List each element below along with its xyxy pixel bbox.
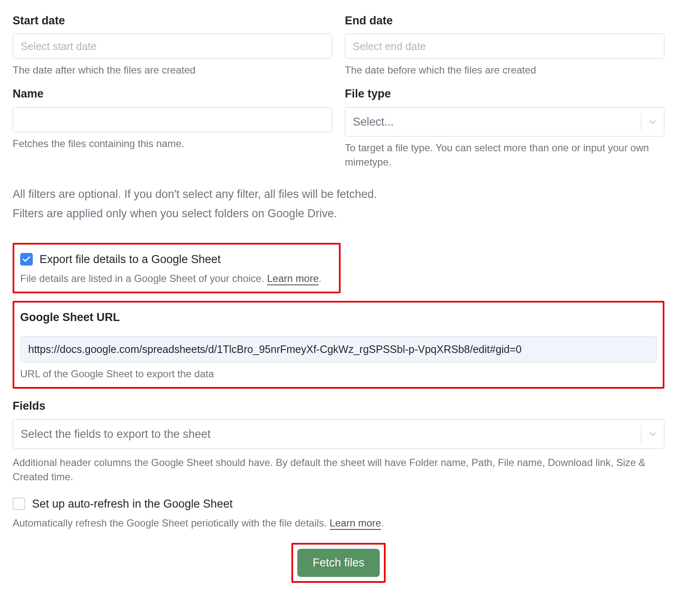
fields-label: Fields <box>13 398 664 414</box>
start-date-label: Start date <box>13 13 332 29</box>
chevron-down-icon <box>647 429 658 440</box>
start-date-input[interactable] <box>13 34 332 59</box>
select-separator <box>641 426 641 442</box>
file-type-select[interactable]: Select... <box>345 107 664 137</box>
export-learn-more-link[interactable]: Learn more <box>267 273 319 285</box>
sheet-url-input[interactable] <box>20 336 657 363</box>
filter-note-2: Filters are applied only when you select… <box>13 205 664 221</box>
export-checkbox-label: Export file details to a Google Sheet <box>40 251 221 267</box>
fetch-highlight: Fetch files <box>291 543 385 583</box>
chevron-down-icon <box>647 116 658 127</box>
name-help: Fetches the files containing this name. <box>13 137 332 151</box>
fields-placeholder: Select the fields to export to the sheet <box>21 426 637 442</box>
auto-refresh-label: Set up auto-refresh in the Google Sheet <box>32 496 233 512</box>
end-date-help: The date before which the files are crea… <box>345 63 664 77</box>
start-date-help: The date after which the files are creat… <box>13 63 332 77</box>
file-type-label: File type <box>345 86 664 102</box>
fields-select[interactable]: Select the fields to export to the sheet <box>13 419 664 449</box>
auto-refresh-help: Automatically refresh the Google Sheet p… <box>13 517 330 529</box>
filter-note-1: All filters are optional. If you don't s… <box>13 186 664 202</box>
export-checkbox[interactable] <box>20 253 33 266</box>
end-date-input[interactable] <box>345 34 664 59</box>
auto-refresh-checkbox[interactable] <box>13 498 25 510</box>
name-input[interactable] <box>13 107 332 132</box>
sheet-url-help: URL of the Google Sheet to export the da… <box>20 367 657 381</box>
select-separator <box>641 113 641 130</box>
file-type-help: To target a file type. You can select mo… <box>345 141 664 169</box>
fields-help: Additional header columns the Google She… <box>13 455 664 484</box>
fetch-files-button[interactable]: Fetch files <box>297 549 379 577</box>
end-date-label: End date <box>345 13 664 29</box>
sheet-url-label: Google Sheet URL <box>20 309 657 325</box>
file-type-placeholder: Select... <box>353 114 637 130</box>
export-help: File details are listed in a Google Shee… <box>20 273 267 284</box>
filter-notes: All filters are optional. If you don't s… <box>13 186 664 222</box>
auto-refresh-learn-more-link[interactable]: Learn more <box>330 517 381 530</box>
name-label: Name <box>13 86 332 102</box>
